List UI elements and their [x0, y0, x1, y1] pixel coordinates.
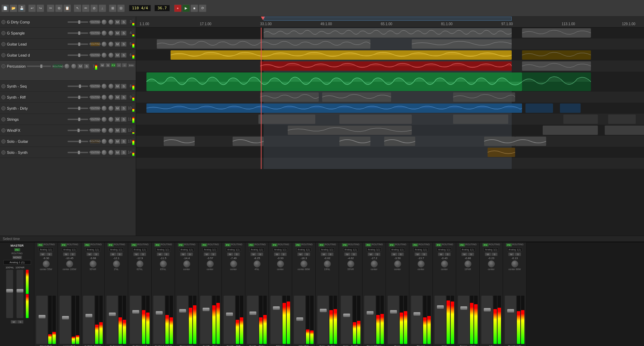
clip[interactable]: [264, 28, 512, 38]
clip[interactable]: [543, 126, 598, 135]
paste-button[interactable]: 📋: [63, 4, 71, 12]
mute-button[interactable]: M: [115, 84, 120, 89]
solo-button[interactable]: S: [121, 117, 126, 122]
fader-track[interactable]: [60, 296, 71, 344]
solo-button[interactable]: S: [121, 31, 126, 36]
solo-button[interactable]: S: [187, 253, 193, 256]
pan-knob[interactable]: [113, 260, 120, 267]
fader-track[interactable]: [153, 296, 165, 344]
clip[interactable]: [260, 92, 319, 102]
mute-button[interactable]: M: [180, 253, 186, 256]
fader-track-l[interactable]: [6, 270, 13, 318]
clip[interactable]: [453, 92, 515, 102]
solo-button[interactable]: S: [234, 253, 240, 256]
fader-track[interactable]: [317, 296, 329, 344]
fader-thumb[interactable]: [132, 310, 139, 314]
fx-button[interactable]: FX: [178, 243, 184, 247]
pan-knob[interactable]: [230, 260, 237, 267]
fader-thumb[interactable]: [343, 314, 350, 317]
fader-track[interactable]: [341, 296, 352, 344]
fader-track[interactable]: [177, 296, 188, 344]
solo-button[interactable]: S: [121, 150, 126, 155]
track-power-btn[interactable]: [1, 20, 6, 24]
mute-button[interactable]: M: [78, 64, 83, 69]
fx-button[interactable]: FX: [272, 243, 278, 247]
fader-track[interactable]: [435, 296, 446, 344]
track-fader[interactable]: [68, 152, 88, 153]
mute-button[interactable]: M: [115, 139, 120, 144]
clip[interactable]: [157, 39, 370, 49]
solo-button[interactable]: S: [280, 253, 287, 256]
open-button[interactable]: 📂: [10, 4, 17, 12]
fx-button[interactable]: FX: [459, 243, 465, 247]
fx-button[interactable]: FX: [389, 243, 395, 247]
fx-button[interactable]: FX: [318, 243, 325, 247]
fader-track-r[interactable]: [17, 270, 23, 318]
mute-button[interactable]: M: [508, 253, 514, 256]
solo-button[interactable]: S: [398, 253, 404, 256]
mute-button[interactable]: M: [321, 253, 327, 256]
fader-thumb[interactable]: [320, 309, 327, 312]
track-fader[interactable]: [68, 97, 88, 98]
pan-knob[interactable]: [43, 260, 50, 267]
fader-thumb[interactable]: [179, 309, 186, 313]
solo-button[interactable]: S: [121, 95, 126, 100]
track-power-btn[interactable]: [1, 53, 6, 57]
track-power-btn[interactable]: [1, 42, 6, 46]
fx-button[interactable]: FX: [295, 243, 301, 247]
fader-thumb[interactable]: [437, 305, 444, 309]
solo-button[interactable]: S: [121, 106, 126, 111]
mute-button[interactable]: M: [115, 20, 120, 24]
copy-button[interactable]: ⧉: [55, 4, 63, 12]
fader-track[interactable]: [364, 296, 376, 344]
track-vol-knob[interactable]: [108, 83, 114, 89]
track-vol-knob[interactable]: [108, 52, 114, 58]
clip[interactable]: [522, 72, 591, 91]
track-vol-knob[interactable]: [108, 95, 114, 100]
cut-button[interactable]: ✂: [47, 4, 54, 12]
mute-button[interactable]: M: [115, 150, 120, 155]
fader-thumb[interactable]: [273, 306, 280, 310]
clip[interactable]: [560, 103, 581, 113]
track-vol-knob[interactable]: [108, 128, 114, 133]
track-vol-knob[interactable]: [108, 139, 114, 144]
clip[interactable]: [339, 115, 412, 124]
clip-percussion[interactable]: [146, 72, 522, 91]
track-pan-knob[interactable]: [101, 52, 107, 58]
track-pan-knob[interactable]: [101, 19, 107, 25]
track-pan-knob[interactable]: [101, 117, 107, 122]
mute-button[interactable]: M: [115, 128, 120, 133]
loop-region[interactable]: [264, 17, 512, 21]
solo-button[interactable]: S: [515, 253, 521, 256]
track-pan-knob[interactable]: [101, 106, 107, 111]
track-vol-knob[interactable]: [71, 63, 76, 69]
perc-s-btn[interactable]: S: [105, 63, 110, 67]
mute-button[interactable]: M: [461, 253, 468, 256]
track-fader[interactable]: [68, 32, 88, 34]
mute-button[interactable]: M: [11, 320, 17, 324]
mute-button[interactable]: M: [115, 95, 120, 100]
pan-knob[interactable]: [511, 260, 518, 267]
fader-thumb[interactable]: [109, 313, 116, 316]
fader-track[interactable]: [83, 296, 94, 344]
mute-button[interactable]: M: [297, 253, 304, 256]
fader-track[interactable]: [388, 296, 399, 344]
fader-thumb[interactable]: [203, 308, 209, 311]
track-pan-knob[interactable]: [101, 150, 107, 155]
fader-track[interactable]: [200, 296, 212, 344]
fx-button[interactable]: FX: [201, 243, 207, 247]
clip[interactable]: [484, 137, 515, 146]
mono-button[interactable]: MONO: [12, 256, 22, 259]
fader-thumb[interactable]: [484, 308, 491, 312]
fader-track[interactable]: [481, 296, 493, 344]
fader-track[interactable]: [247, 296, 258, 344]
track-power-btn[interactable]: [1, 31, 6, 35]
clip[interactable]: [522, 50, 591, 60]
solo-button[interactable]: S: [70, 253, 76, 256]
fader-thumb-l[interactable]: [6, 289, 13, 293]
fader-track[interactable]: [505, 296, 516, 344]
track-vol-knob[interactable]: [108, 150, 114, 155]
solo-button[interactable]: S: [374, 253, 380, 256]
mute-button[interactable]: M: [115, 42, 120, 47]
mute-button[interactable]: M: [86, 253, 93, 256]
